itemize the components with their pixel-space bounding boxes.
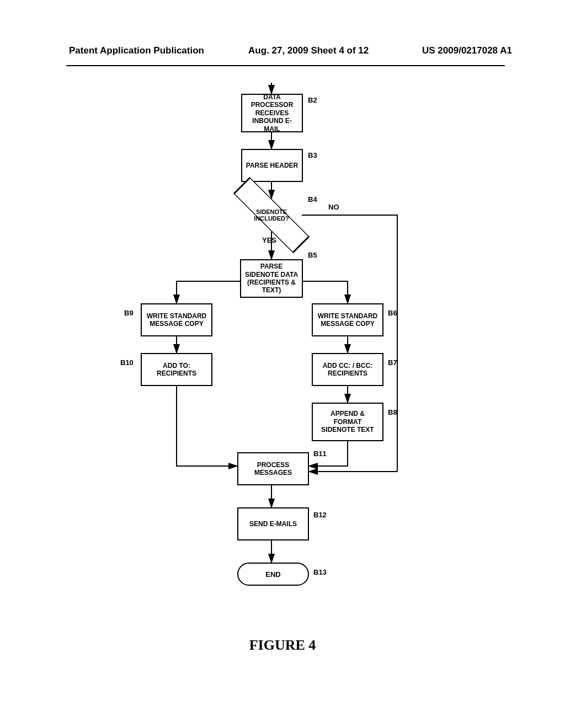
label-b5: B5 xyxy=(308,251,317,259)
terminator-b13: END xyxy=(237,563,309,586)
figure-caption: FIGURE 4 xyxy=(0,637,565,654)
label-b4-no: NO xyxy=(328,203,339,211)
step-b5-text: PARSE SIDENOTE DATA (RECIPIENTS & TEXT) xyxy=(244,263,299,295)
step-b11: PROCESS MESSAGES xyxy=(237,452,309,485)
label-b12: B12 xyxy=(313,511,327,519)
step-b7: ADD CC: / BCC: RECIPIENTS xyxy=(312,353,383,386)
step-b10-text: ADD TO: RECIPIENTS xyxy=(145,362,208,378)
label-b8: B8 xyxy=(388,408,397,416)
flowchart-figure: DATA PROCESSOR RECEIVES INBOUND E-MAIL B… xyxy=(0,83,565,634)
header-left: Patent Application Publication xyxy=(69,45,204,56)
label-b13: B13 xyxy=(313,568,327,576)
header-right: US 2009/0217028 A1 xyxy=(422,45,512,56)
step-b7-text: ADD CC: / BCC: RECIPIENTS xyxy=(316,362,379,378)
step-b9: WRITE STANDARD MESSAGE COPY xyxy=(141,303,212,336)
step-b3: PARSE HEADER xyxy=(241,149,303,182)
header-center: Aug. 27, 2009 Sheet 4 of 12 xyxy=(248,45,369,56)
step-b6-text: WRITE STANDARD MESSAGE COPY xyxy=(316,312,379,328)
step-b3-text: PARSE HEADER xyxy=(246,162,298,169)
label-b4: B4 xyxy=(308,195,317,204)
step-b12: SEND E-MAILS xyxy=(237,507,309,540)
decision-b4: SIDENOTE INCLUDED? xyxy=(241,199,302,232)
step-b6: WRITE STANDARD MESSAGE COPY xyxy=(312,303,383,336)
label-b3: B3 xyxy=(308,151,317,159)
label-b2: B2 xyxy=(308,96,317,104)
step-b2-text: DATA PROCESSOR RECEIVES INBOUND E-MAIL xyxy=(246,93,299,133)
step-b5: PARSE SIDENOTE DATA (RECIPIENTS & TEXT) xyxy=(240,259,303,298)
label-b10: B10 xyxy=(120,358,134,367)
header-rule xyxy=(66,65,505,66)
step-b12-text: SEND E-MAILS xyxy=(249,520,297,528)
step-b2: DATA PROCESSOR RECEIVES INBOUND E-MAIL xyxy=(241,94,303,132)
step-b8-text: APPEND & FORMAT SIDENOTE TEXT xyxy=(316,410,379,433)
step-b11-text: PROCESS MESSAGES xyxy=(242,461,305,477)
label-b9: B9 xyxy=(124,309,134,317)
step-b8: APPEND & FORMAT SIDENOTE TEXT xyxy=(312,403,383,441)
label-b11: B11 xyxy=(313,449,327,458)
step-b10: ADD TO: RECIPIENTS xyxy=(141,353,212,386)
decision-b4-text: SIDENOTE INCLUDED? xyxy=(241,199,302,232)
label-b7: B7 xyxy=(388,358,397,367)
terminator-b13-text: END xyxy=(265,570,280,579)
label-b6: B6 xyxy=(388,309,397,317)
label-b4-yes: YES xyxy=(262,236,276,244)
step-b9-text: WRITE STANDARD MESSAGE COPY xyxy=(145,312,208,328)
